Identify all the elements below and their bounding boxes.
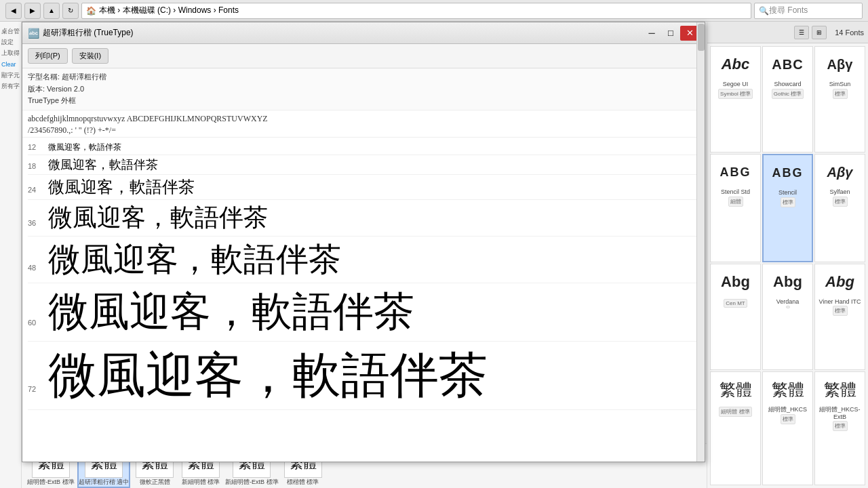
font-preview-cenmt: Abg bbox=[721, 267, 750, 297]
dialog-toolbar: 列印(P) 安裝(I) bbox=[22, 44, 705, 68]
font-preview-verdana: Abg bbox=[773, 267, 802, 297]
size-label-60: 60 bbox=[28, 319, 48, 327]
font-type-label: 字型名稱: 超研澤粗行楷 bbox=[28, 71, 699, 83]
install-btn[interactable]: 安裝(I) bbox=[72, 48, 108, 64]
preview-text-60: 微風迎客，軟語伴茶 bbox=[48, 285, 414, 340]
font-tag-minglight: 細明體 標準 bbox=[719, 407, 751, 417]
font-tag-segoe-ui: Symbol 標準 bbox=[718, 89, 753, 99]
bottom-name-2: 超研澤粗行楷 適中 bbox=[79, 478, 130, 487]
preview-text-36: 微風迎客，軟語伴茶 bbox=[48, 201, 268, 235]
bottom-name-6: 標楷體 標準 bbox=[287, 478, 319, 487]
up-btn[interactable]: ▲ bbox=[43, 3, 60, 19]
fonts-grid: Abc Segoe UI Symbol 標準 ABC Showcard Goth… bbox=[707, 43, 868, 488]
refresh-btn[interactable]: ↻ bbox=[62, 3, 79, 19]
alphabet-line1: abcdefghijklmnopqrstuvwxyz ABCDEFGHIJKLM… bbox=[28, 113, 699, 125]
font-item-cenmt[interactable]: Abg Cen MT bbox=[710, 264, 761, 370]
font-tag-sylfaen: 標準 bbox=[833, 197, 848, 207]
size-label-18: 18 bbox=[28, 162, 48, 170]
font-item-sylfaen[interactable]: Aβγ Sylfaen 標準 bbox=[814, 154, 865, 262]
home-icon: 🏠 bbox=[86, 6, 96, 16]
font-name-verdana: Verdana bbox=[776, 298, 800, 306]
font-preview-minghkcs: 繁體 bbox=[772, 375, 804, 405]
fonts-count: 14 Fonts bbox=[835, 28, 864, 37]
dialog-minimize-btn[interactable]: ─ bbox=[642, 26, 661, 41]
dialog-titlebar: 🔤 超研澤粗行楷 (TrueType) ─ □ ✕ bbox=[22, 22, 705, 44]
scroll-thumb[interactable] bbox=[698, 24, 705, 51]
preview-row-36: 36 微風迎客，軟語伴茶 bbox=[28, 201, 699, 237]
font-item-minghkcs[interactable]: 繁體 細明體_HKCS 標準 bbox=[762, 371, 813, 485]
size-label-24: 24 bbox=[28, 186, 48, 194]
dialog-maximize-btn[interactable]: □ bbox=[661, 26, 680, 41]
font-item-simsun[interactable]: Aβγ SimSun 標準 bbox=[814, 46, 865, 152]
dialog-info: 字型名稱: 超研澤粗行楷 版本: Version 2.0 TrueType 外框 bbox=[22, 68, 705, 110]
preview-row-24: 24 微風迎客，軟語伴茶 bbox=[28, 176, 699, 200]
alphabet-line2: /234567890.,: ' " (!?) +-*/= bbox=[28, 125, 699, 136]
search-placeholder: 搜尋 Fonts bbox=[769, 5, 808, 16]
font-item-stencil-std[interactable]: ABG Stencil Std 細體 bbox=[710, 154, 761, 262]
font-tag-viner: 標準 bbox=[833, 306, 848, 316]
font-item-stencil[interactable]: ABG Stencil 標準 bbox=[762, 154, 813, 262]
address-bar[interactable]: 🏠 本機 › 本機磁碟 (C:) › Windows › Fonts bbox=[81, 3, 751, 19]
dialog-scrollbar[interactable] bbox=[696, 22, 705, 462]
sidebar-item-all-fonts[interactable]: 所有字 bbox=[1, 81, 20, 92]
font-version-label: 版本: Version 2.0 bbox=[28, 83, 699, 96]
font-preview-sylfaen: Aβγ bbox=[827, 157, 853, 187]
preview-row-12: 12 微風迎客，軟語伴茶 bbox=[28, 142, 699, 155]
dialog-title-text: 超研澤粗行楷 (TrueType) bbox=[43, 27, 642, 39]
forward-btn[interactable]: ▶ bbox=[24, 3, 41, 19]
address-text: 本機 › 本機磁碟 (C:) › Windows › Fonts bbox=[99, 5, 239, 16]
size-label-72: 72 bbox=[28, 385, 48, 393]
dialog-content[interactable]: 12 微風迎客，軟語伴茶 18 微風迎客，軟語伴茶 24 微風迎客，軟語伴茶 3… bbox=[22, 138, 705, 462]
font-preview-showcard: ABC bbox=[772, 49, 803, 79]
font-preview-minglight: 繁體 bbox=[719, 375, 752, 405]
font-tag-verdana bbox=[786, 306, 790, 308]
font-preview-viner: Abg bbox=[825, 267, 854, 297]
font-name-simsun: SimSun bbox=[829, 81, 851, 88]
dialog-alphabet: abcdefghijklmnopqrstuvwxyz ABCDEFGHIJKLM… bbox=[22, 110, 705, 138]
search-icon: 🔍 bbox=[759, 6, 769, 16]
font-tag-showcard: Gothic 標準 bbox=[772, 89, 804, 99]
font-tag-minghkcsextb: 標準 bbox=[833, 421, 848, 431]
font-tag-minghkcs: 標準 bbox=[781, 414, 795, 424]
fonts-panel: ☰ ⊞ 14 Fonts Abc Segoe UI Symbol 標準 ABC … bbox=[707, 22, 868, 488]
font-item-segoe-ui[interactable]: Abc Segoe UI Symbol 標準 bbox=[710, 46, 761, 152]
font-item-minghkcsextb[interactable]: 繁體 細明體_HKCS-ExtB 標準 bbox=[814, 371, 865, 485]
view-list-btn[interactable]: ☰ bbox=[794, 26, 809, 39]
font-tag-stencil-std: 細體 bbox=[728, 197, 743, 207]
font-tag-cenmt: Cen MT bbox=[724, 299, 747, 308]
preview-text-12: 微風迎客，軟語伴茶 bbox=[48, 142, 121, 153]
sidebar-item-display[interactable]: 顯字元 bbox=[1, 70, 20, 81]
font-preview-stencil-std: ABG bbox=[720, 157, 751, 187]
font-name-showcard: Showcard bbox=[774, 81, 801, 88]
font-name-stencil-std: Stencil Std bbox=[721, 188, 750, 196]
explorer-window: ◀ ▶ ▲ ↻ 🏠 本機 › 本機磁碟 (C:) › Windows › Fon… bbox=[0, 0, 868, 488]
sidebar-item-recent[interactable]: 上取得 bbox=[1, 47, 20, 58]
font-dialog: 🔤 超研澤粗行楷 (TrueType) ─ □ ✕ 列印(P) 安裝(I) 字型… bbox=[22, 22, 705, 462]
font-name-sylfaen: Sylfaen bbox=[829, 188, 850, 196]
size-label-12: 12 bbox=[28, 143, 48, 151]
preview-row-48: 48 微風迎客，軟語伴茶 bbox=[28, 238, 699, 283]
preview-text-72: 微風迎客，軟語伴茶 bbox=[48, 343, 488, 408]
search-bar[interactable]: 🔍 搜尋 Fonts bbox=[754, 3, 863, 19]
font-item-minglight[interactable]: 繁體 細明體 標準 bbox=[710, 371, 761, 485]
bottom-name-3: 微軟正黑體 bbox=[140, 478, 170, 487]
font-preview-simsun: Aβγ bbox=[827, 49, 853, 79]
dialog-title-icon: 🔤 bbox=[28, 28, 39, 39]
sidebar-item-settings[interactable]: 設定 bbox=[1, 37, 20, 47]
size-label-48: 48 bbox=[28, 264, 48, 272]
explorer-titlebar: ◀ ▶ ▲ ↻ 🏠 本機 › 本機磁碟 (C:) › Windows › Fon… bbox=[0, 0, 868, 22]
font-item-showcard[interactable]: ABC Showcard Gothic 標準 bbox=[762, 46, 813, 152]
fonts-panel-header: ☰ ⊞ 14 Fonts bbox=[707, 22, 868, 43]
left-sidebar: 桌台管 設定 上取得 Clear 顯字元 所有字 bbox=[0, 22, 22, 488]
font-item-viner[interactable]: Abg Viner Hand ITC 標準 bbox=[814, 264, 865, 370]
print-btn[interactable]: 列印(P) bbox=[28, 48, 68, 64]
sidebar-item-desktop[interactable]: 桌台管 bbox=[1, 26, 20, 37]
bottom-name-5: 新細明體-ExtB 標準 bbox=[225, 478, 279, 487]
back-btn[interactable]: ◀ bbox=[5, 3, 22, 19]
font-name-minghkcs: 細明體_HKCS bbox=[768, 406, 807, 413]
font-name-viner: Viner Hand ITC bbox=[819, 298, 861, 306]
view-grid-btn[interactable]: ⊞ bbox=[812, 26, 827, 39]
font-item-verdana[interactable]: Abg Verdana bbox=[762, 264, 813, 370]
sidebar-item-clear[interactable]: Clear bbox=[1, 59, 20, 70]
font-preview-stencil: ABG bbox=[772, 158, 804, 188]
